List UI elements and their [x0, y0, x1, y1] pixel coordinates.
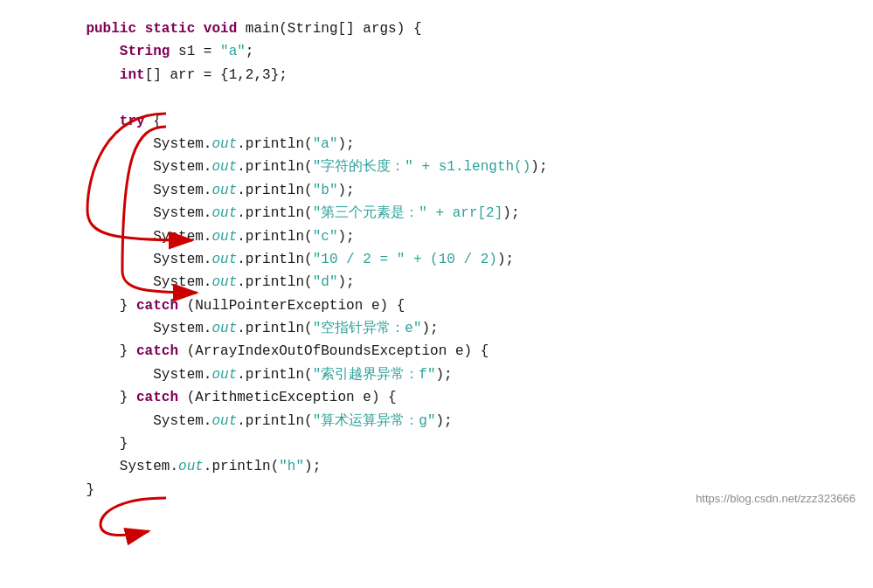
code-line-10: System.out.println("c"); [52, 225, 856, 248]
code-line-7: System.out.println("字符的长度：" + s1.length(… [52, 156, 856, 178]
code-line-3: int[] arr = {1,2,3}; [52, 64, 856, 86]
code-line-9: System.out.println("第三个元素是：" + arr[2]); [52, 202, 856, 225]
code-line-13: } catch (NullPointerException e) { [52, 294, 856, 317]
code-line-20: System.out.println("h"); [52, 455, 856, 478]
code-line-17: } catch (ArithmeticException e) { [52, 386, 856, 409]
code-line-16: System.out.println("索引越界异常：f"); [52, 363, 856, 386]
code-line-15: } catch (ArrayIndexOutOfBoundsException … [52, 340, 856, 363]
code-line-18: System.out.println("算术运算异常：g"); [52, 410, 856, 432]
code-line-19: } [52, 432, 856, 455]
code-line-4 [52, 86, 856, 109]
code-line-11: System.out.println("10 / 2 = " + (10 / 2… [52, 248, 856, 271]
code-line-12: System.out.println("d"); [52, 271, 856, 294]
code-line-5: try { [52, 110, 856, 133]
code-block: public static void main(String[] args) {… [0, 0, 873, 519]
code-line-1: public static void main(String[] args) { [52, 17, 856, 40]
watermark: https://blog.csdn.net/zzz323666 [696, 490, 856, 508]
code-line-2: String s1 = "a"; [52, 40, 856, 63]
code-line-6: System.out.println("a"); [52, 133, 856, 156]
code-line-14: System.out.println("空指针异常：e"); [52, 317, 856, 340]
code-line-8: System.out.println("b"); [52, 179, 856, 202]
